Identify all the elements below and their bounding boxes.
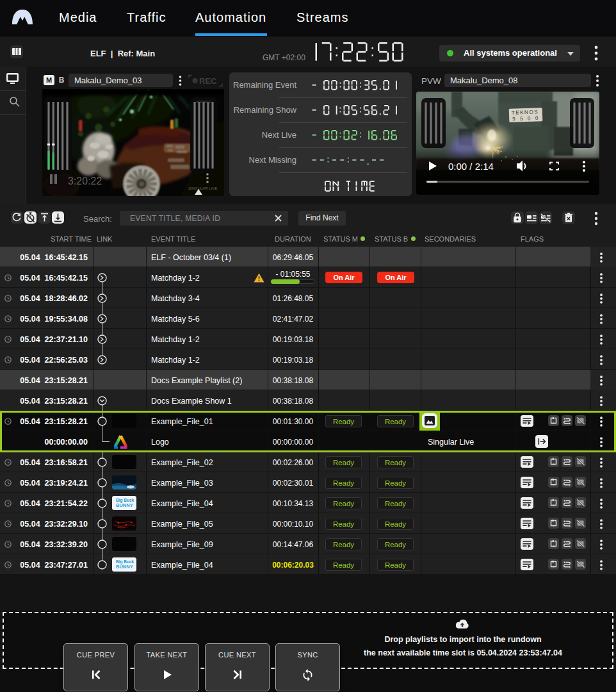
svg-text:3:20:22: 3:20:22: [68, 176, 102, 186]
svg-text:9 5 0 0: 9 5 0 0: [512, 115, 540, 122]
svg-text:SINGULAR LIVE: SINGULAR LIVE: [188, 186, 217, 190]
svg-text:REC: REC: [199, 76, 217, 86]
svg-text:0:00 / 2:14: 0:00 / 2:14: [448, 161, 494, 172]
svg-text:BUNNY: BUNNY: [116, 564, 133, 570]
svg-text:BUNNY: BUNNY: [116, 502, 133, 508]
svg-text:VPOMEO: VPOMEO: [196, 100, 212, 104]
